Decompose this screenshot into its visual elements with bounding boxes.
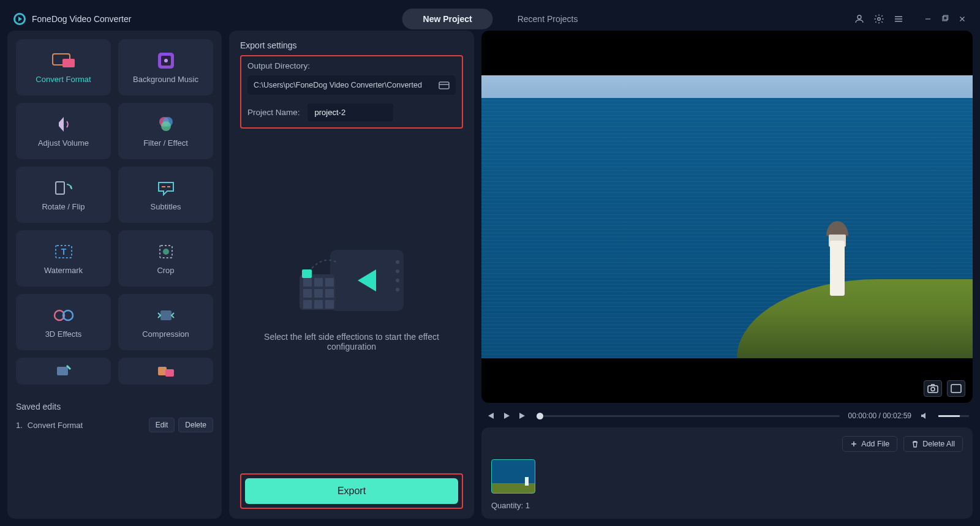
export-settings-panel: Export settings Output Directory: C:\Use… [229,31,474,519]
svg-rect-34 [314,289,323,298]
tool-3d-effects[interactable]: 3D Effects [16,294,111,350]
prev-icon[interactable] [485,411,495,420]
volume-icon[interactable] [920,411,930,420]
browse-folder-icon[interactable] [439,80,450,90]
watermark-icon: T [54,242,74,261]
time-display: 00:00:00 / 00:02:59 [848,411,911,420]
preview-frame [481,75,973,358]
svg-rect-33 [303,289,312,298]
compression-icon [157,306,175,325]
tool-watermark[interactable]: T Watermark [16,230,111,287]
adjust-volume-icon [55,115,73,133]
svg-rect-19 [160,310,172,320]
volume-slider[interactable] [938,415,969,417]
tool-extra-1-icon [55,362,73,380]
tab-new-project[interactable]: New Project [402,9,493,29]
svg-point-8 [164,59,168,62]
svg-point-0 [858,15,861,19]
tool-adjust-volume[interactable]: Adjust Volume [16,103,111,159]
snapshot-icon[interactable] [924,380,942,397]
account-icon[interactable] [854,13,865,24]
filter-effect-icon [157,115,175,133]
maximize-icon[interactable] [941,15,949,23]
tool-crop[interactable]: Crop [118,230,213,287]
tool-label: Filter / Effect [143,138,188,148]
settings-icon[interactable] [873,13,884,24]
3d-effects-icon [53,306,74,325]
tool-label: Adjust Volume [38,138,89,148]
next-icon[interactable] [518,411,528,420]
svg-rect-21 [158,367,167,375]
delete-all-button[interactable]: Delete All [903,436,963,452]
svg-rect-2 [943,17,947,21]
svg-rect-20 [57,367,68,375]
svg-rect-22 [165,369,174,377]
project-name-label: Project Name: [247,108,300,117]
svg-point-1 [878,18,881,21]
tab-recent-projects[interactable]: Recent Projects [518,14,578,24]
tool-background-music[interactable]: Background Music [118,39,213,96]
saved-edits: Saved edits 1. Convert Format Edit Delet… [16,396,213,432]
svg-point-41 [931,388,935,391]
svg-rect-31 [314,278,323,287]
output-directory-value: C:\Users\pc\FoneDog Video Converter\Conv… [254,81,422,89]
svg-rect-37 [314,300,323,309]
minimize-icon[interactable] [924,15,932,23]
svg-rect-42 [951,385,961,393]
file-thumbnail[interactable] [491,459,535,494]
export-settings-title: Export settings [240,40,463,50]
svg-rect-40 [928,386,938,393]
video-preview [481,31,973,403]
tool-label: Background Music [133,75,198,84]
svg-rect-38 [325,300,334,309]
subtitles-icon [156,179,176,197]
saved-item-label: Convert Format [28,421,83,430]
transport-bar: 00:00:00 / 00:02:59 [481,410,973,420]
tool-extra-1[interactable] [16,358,111,385]
menu-icon[interactable] [893,13,904,24]
svg-rect-35 [325,289,334,298]
close-icon[interactable] [958,15,967,23]
tool-subtitles[interactable]: Subtitles [118,167,213,223]
tool-label: 3D Effects [45,329,82,339]
play-icon[interactable] [502,411,511,420]
rotate-flip-icon [53,179,74,197]
quantity-display: Quantity: 1 [491,501,963,510]
title-bar: FoneDog Video Converter New Project Rece… [7,7,973,31]
tool-label: Compression [142,329,189,339]
brand: FoneDog Video Converter [13,13,131,25]
export-button[interactable]: Export [245,478,458,504]
file-tray: Add File Delete All Quantity: 1 [481,427,973,519]
tool-extra-2[interactable] [118,358,213,385]
fullscreen-icon[interactable] [947,380,965,397]
convert-format-icon [50,51,77,70]
tool-rotate-flip[interactable]: Rotate / Flip [16,167,111,223]
tool-convert-format[interactable]: Convert Format [16,39,111,96]
export-button-highlight: Export [240,473,463,509]
svg-rect-12 [56,182,64,194]
svg-rect-23 [439,82,449,89]
svg-rect-36 [303,300,312,309]
progress-bar[interactable] [537,415,840,417]
effect-placeholder-text: Select the left side effections to start… [262,332,440,351]
tool-label: Watermark [44,266,83,275]
output-directory-highlight: Output Directory: C:\Users\pc\FoneDog Vi… [240,55,463,129]
tool-compression[interactable]: Compression [118,294,213,350]
svg-rect-39 [302,269,312,278]
svg-text:T: T [61,247,66,257]
tool-label: Subtitles [151,202,181,211]
delete-button[interactable]: Delete [178,418,213,432]
saved-edit-item: 1. Convert Format Edit Delete [16,418,213,432]
saved-item-index: 1. [16,421,23,430]
svg-point-11 [161,121,171,131]
add-file-button[interactable]: Add File [842,436,897,452]
edit-button[interactable]: Edit [149,418,175,432]
background-music-icon [157,51,175,70]
tool-label: Rotate / Flip [42,202,85,211]
project-name-input[interactable] [307,103,393,121]
effect-placeholder: Select the left side effections to start… [240,129,463,466]
saved-edits-title: Saved edits [16,402,213,411]
tools-panel: Convert Format Background Music Adjust V… [7,31,222,519]
tool-filter-effect[interactable]: Filter / Effect [118,103,213,159]
tool-label: Convert Format [36,75,91,84]
